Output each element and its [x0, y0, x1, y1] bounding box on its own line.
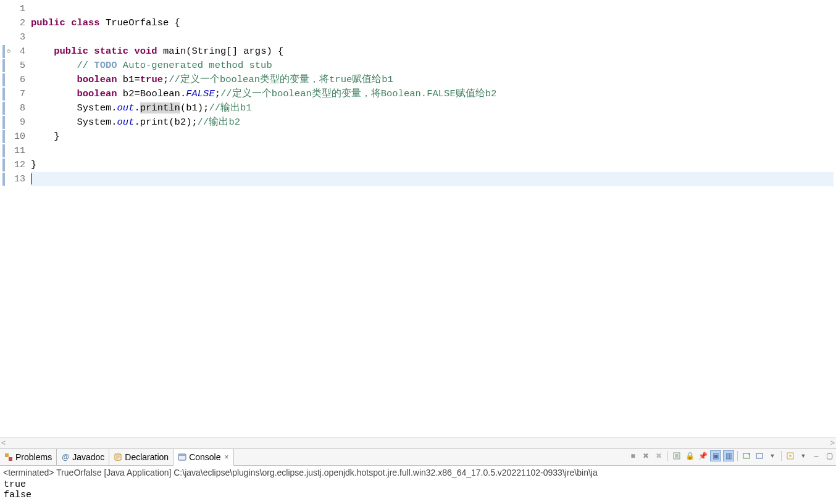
remove-launch-button[interactable]: ✖ — [640, 450, 651, 461]
close-icon[interactable]: × — [225, 453, 229, 461]
declaration-icon — [114, 453, 122, 461]
code-line[interactable] — [31, 144, 834, 158]
pin-console-button[interactable]: 📌 — [697, 450, 708, 461]
scroll-right-icon[interactable]: > — [830, 439, 835, 448]
gutter: 12345678910111213 — [0, 0, 28, 437]
new-console-button[interactable] — [785, 450, 796, 461]
minimize-button[interactable]: – — [811, 450, 822, 461]
code-line[interactable] — [31, 2, 834, 16]
line-number: 3 — [9, 30, 25, 44]
code-line[interactable]: boolean b1=true;//定义一个boolean类型的变量，将true… — [31, 73, 834, 87]
tab-javadoc[interactable]: @ Javadoc — [57, 449, 109, 465]
view-tab-bar: Problems @ Javadoc Declaration Console ×… — [0, 449, 836, 466]
code-line[interactable]: boolean b2=Boolean.FALSE;//定义一个boolean类型… — [31, 87, 834, 101]
line-number: 2 — [9, 16, 25, 30]
code-line[interactable] — [31, 30, 834, 44]
code-line[interactable]: System.out.print(b2);//输出b2 — [31, 115, 834, 130]
dropdown-icon[interactable]: ▼ — [767, 450, 778, 461]
maximize-button[interactable]: ▢ — [824, 450, 835, 461]
line-number: 11 — [9, 144, 25, 158]
console-output[interactable]: true false — [0, 478, 836, 504]
code-area[interactable]: public class TrueOrfalse { public static… — [28, 0, 836, 437]
line-number: 8 — [9, 101, 25, 115]
code-editor[interactable]: 12345678910111213 public class TrueOrfal… — [0, 0, 836, 437]
svg-rect-1 — [9, 457, 12, 461]
line-number: 9 — [9, 115, 25, 130]
line-number: 10 — [9, 130, 25, 144]
tab-label: Problems — [15, 452, 52, 462]
code-line[interactable]: } — [31, 130, 834, 144]
show-console-err-button[interactable]: ▥ — [723, 450, 734, 461]
tab-declaration[interactable]: Declaration — [109, 449, 173, 465]
scroll-lock-button[interactable]: 🔒 — [684, 450, 695, 461]
javadoc-icon: @ — [61, 453, 70, 461]
code-line[interactable]: public class TrueOrfalse { — [31, 16, 834, 30]
bottom-panel: Problems @ Javadoc Declaration Console ×… — [0, 448, 836, 504]
clear-console-button[interactable] — [671, 450, 682, 461]
line-number: 5 — [9, 59, 25, 73]
line-number: 4 — [9, 44, 25, 59]
scroll-left-icon[interactable]: < — [1, 439, 6, 448]
tab-label: Javadoc — [72, 452, 104, 462]
code-line[interactable]: public static void main(String[] args) { — [31, 44, 834, 59]
tab-console[interactable]: Console × — [173, 449, 233, 466]
terminate-button[interactable]: ■ — [627, 450, 638, 461]
code-line[interactable] — [31, 172, 834, 186]
line-number: 12 — [9, 158, 25, 172]
line-number: 13 — [9, 172, 25, 186]
svg-rect-0 — [5, 453, 9, 457]
code-line[interactable]: System.out.println(b1);//输出b1 — [31, 101, 834, 115]
open-console-button[interactable] — [741, 450, 752, 461]
tab-label: Console — [189, 452, 220, 462]
display-selected-button[interactable] — [754, 450, 765, 461]
tab-label: Declaration — [125, 452, 169, 462]
console-icon — [178, 453, 186, 461]
show-console-output-button[interactable]: ▣ — [710, 450, 721, 461]
line-number: 6 — [9, 73, 25, 87]
horizontal-scrollbar[interactable]: < > — [0, 437, 836, 448]
code-line[interactable]: // TODO Auto-generated method stub — [31, 59, 834, 73]
svg-rect-6 — [756, 453, 763, 458]
dropdown-icon[interactable]: ▼ — [798, 450, 809, 461]
code-line[interactable]: } — [31, 158, 834, 172]
console-toolbar: ■ ✖ ✖ 🔒 📌 ▣ ▥ ▼ ▼ – ▢ — [627, 450, 835, 461]
line-number: 7 — [9, 87, 25, 101]
console-terminated-header: <terminated> TrueOrfalse [Java Applicati… — [0, 466, 836, 478]
line-number: 1 — [9, 2, 25, 16]
remove-all-button[interactable]: ✖ — [653, 450, 664, 461]
tab-problems[interactable]: Problems — [0, 449, 57, 465]
problems-icon — [4, 453, 13, 461]
